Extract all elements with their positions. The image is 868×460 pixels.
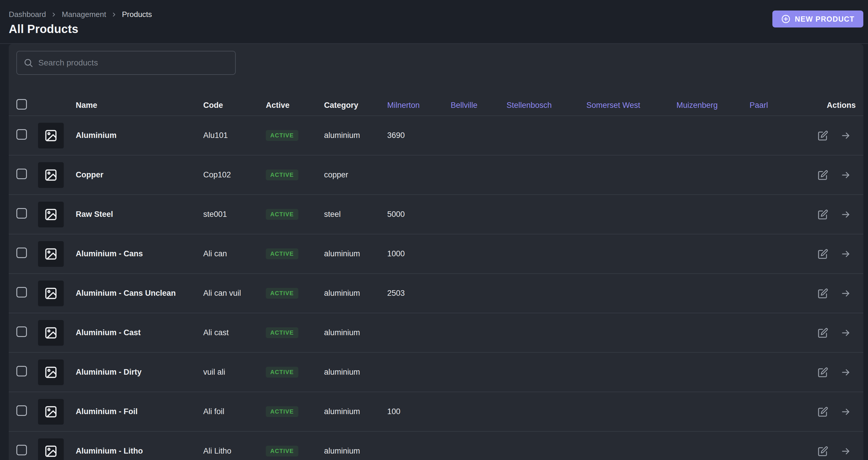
row-image-cell [38, 162, 76, 188]
status-badge: ACTIVE [266, 367, 298, 377]
edit-button[interactable] [818, 367, 828, 377]
arrow-right-icon [840, 288, 851, 299]
cell-code: Ali can vuil [203, 289, 266, 298]
cell-name: Aluminium - Cans Unclean [76, 289, 203, 298]
cell-actions [823, 130, 856, 141]
column-header-milnerton[interactable]: Milnerton [387, 101, 451, 110]
product-image-placeholder [38, 241, 64, 267]
table-row: Copper Cop102 ACTIVE copper [9, 156, 863, 195]
cell-actions [823, 209, 856, 220]
table-row: Aluminium Alu101 ACTIVE aluminium 3690 [9, 116, 863, 156]
edit-button[interactable] [818, 130, 828, 141]
cell-actions [823, 328, 856, 338]
row-checkbox[interactable] [17, 326, 27, 337]
status-badge: ACTIVE [266, 327, 298, 338]
product-image-placeholder [38, 359, 64, 385]
row-image-cell [38, 202, 76, 227]
row-checkbox[interactable] [17, 208, 27, 219]
breadcrumb: Dashboard Management Products [9, 10, 152, 19]
edit-button[interactable] [818, 288, 828, 299]
table-row: Raw Steel ste001 ACTIVE steel 5000 [9, 195, 863, 234]
open-row-button[interactable] [840, 406, 851, 417]
edit-button[interactable] [818, 406, 828, 417]
open-row-button[interactable] [840, 446, 851, 457]
cell-category: copper [324, 170, 387, 179]
table-body: Aluminium Alu101 ACTIVE aluminium 3690 [9, 116, 863, 460]
open-row-button[interactable] [840, 367, 851, 377]
products-card: Name Code Active Category Milnerton Bell… [9, 44, 863, 460]
image-icon [44, 168, 58, 182]
open-row-button[interactable] [840, 170, 851, 180]
image-icon [44, 287, 58, 300]
cell-code: Ali cast [203, 328, 266, 337]
breadcrumb-management[interactable]: Management [62, 10, 106, 19]
row-select-cell [17, 208, 38, 221]
row-checkbox[interactable] [17, 287, 27, 297]
cell-name: Raw Steel [76, 210, 203, 219]
column-header-muizenberg[interactable]: Muizenberg [677, 101, 749, 110]
cell-category: aluminium [324, 131, 387, 140]
column-header-stellenbosch[interactable]: Stellenbosch [506, 101, 586, 110]
edit-icon [818, 406, 828, 417]
search-box [17, 51, 236, 75]
arrow-right-icon [840, 406, 851, 417]
row-checkbox[interactable] [17, 405, 27, 416]
row-select-cell [17, 169, 38, 181]
cell-actions [823, 170, 856, 180]
cell-actions [823, 288, 856, 299]
status-badge: ACTIVE [266, 249, 298, 259]
open-row-button[interactable] [840, 249, 851, 259]
cell-active: ACTIVE [266, 367, 324, 377]
open-row-button[interactable] [840, 288, 851, 299]
edit-button[interactable] [818, 209, 828, 220]
cell-actions [823, 367, 856, 377]
image-icon [44, 129, 58, 142]
breadcrumb-products: Products [122, 10, 152, 19]
row-checkbox[interactable] [17, 366, 27, 376]
cell-category: aluminium [324, 407, 387, 416]
chevron-right-icon [51, 11, 57, 18]
edit-button[interactable] [818, 170, 828, 180]
chevron-right-icon [111, 11, 117, 18]
row-checkbox[interactable] [17, 169, 27, 179]
image-icon [44, 405, 58, 419]
table-row: Aluminium - Cast Ali cast ACTIVE alumini… [9, 313, 863, 353]
cell-milnerton-qty: 5000 [387, 210, 451, 219]
cell-name: Aluminium - Cans [76, 249, 203, 258]
cell-category: aluminium [324, 447, 387, 456]
edit-icon [818, 170, 828, 180]
cell-category: steel [324, 210, 387, 219]
row-select-cell [17, 366, 38, 379]
search-input[interactable] [38, 58, 229, 67]
cell-category: aluminium [324, 328, 387, 337]
open-row-button[interactable] [840, 328, 851, 338]
row-checkbox[interactable] [17, 248, 27, 258]
product-image-placeholder [38, 281, 64, 306]
status-badge: ACTIVE [266, 209, 298, 220]
cell-milnerton-qty: 100 [387, 407, 451, 416]
row-image-cell [38, 359, 76, 385]
select-all-checkbox[interactable] [17, 99, 27, 109]
column-header-bellville[interactable]: Bellville [451, 101, 506, 110]
new-product-button[interactable]: NEW PRODUCT [772, 10, 863, 28]
product-image-placeholder [38, 438, 64, 460]
cell-code: Ali Litho [203, 447, 266, 456]
breadcrumb-dashboard[interactable]: Dashboard [9, 10, 46, 19]
row-checkbox[interactable] [17, 445, 27, 455]
row-checkbox[interactable] [17, 129, 27, 140]
column-header-somerset-west[interactable]: Somerset West [586, 101, 677, 110]
column-header-paarl[interactable]: Paarl [749, 101, 823, 110]
cell-active: ACTIVE [266, 249, 324, 259]
edit-button[interactable] [818, 446, 828, 457]
edit-button[interactable] [818, 328, 828, 338]
open-row-button[interactable] [840, 209, 851, 220]
image-icon [44, 247, 58, 261]
image-icon [44, 208, 58, 221]
row-image-cell [38, 241, 76, 267]
status-badge: ACTIVE [266, 406, 298, 417]
cell-active: ACTIVE [266, 288, 324, 299]
cell-milnerton-qty: 2503 [387, 289, 451, 298]
cell-active: ACTIVE [266, 327, 324, 338]
open-row-button[interactable] [840, 130, 851, 141]
edit-button[interactable] [818, 249, 828, 259]
